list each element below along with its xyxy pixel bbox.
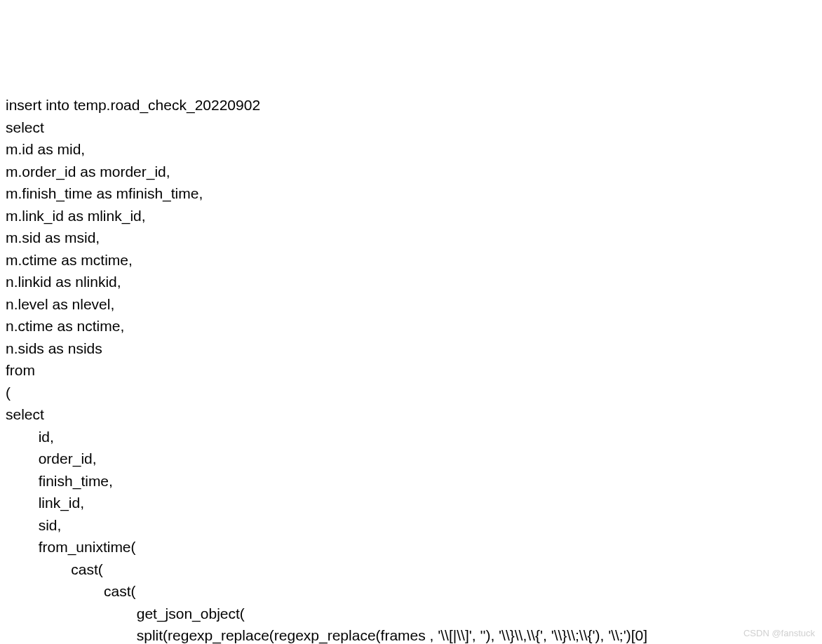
code-line: n.sids as nsids: [6, 340, 102, 356]
code-line: n.ctime as nctime,: [6, 318, 124, 334]
code-line: m.link_id as mlink_id,: [6, 208, 146, 224]
code-line: insert into temp.road_check_20220902: [6, 97, 260, 113]
code-line: sid,: [6, 517, 61, 533]
code-line: finish_time,: [6, 473, 113, 489]
code-line: link_id,: [6, 495, 84, 511]
code-line: m.finish_time as mfinish_time,: [6, 185, 203, 201]
code-line: select: [6, 119, 44, 135]
code-line: from: [6, 362, 35, 378]
code-line: n.linkid as nlinkid,: [6, 274, 121, 290]
sql-code-block: insert into temp.road_check_20220902 sel…: [6, 94, 816, 644]
code-line: m.ctime as mctime,: [6, 252, 133, 268]
code-line: select: [6, 406, 44, 422]
code-line: (: [6, 384, 11, 401]
code-line: split(regexp_replace(regexp_replace(fram…: [6, 627, 647, 643]
code-line: m.id as mid,: [6, 141, 85, 157]
code-line: from_unixtime(: [6, 539, 136, 555]
watermark-text: CSDN @fanstuck: [743, 626, 815, 640]
code-line: cast(: [6, 561, 103, 577]
code-line: m.order_id as morder_id,: [6, 163, 170, 180]
code-line: id,: [6, 429, 54, 445]
code-line: order_id,: [6, 450, 97, 467]
code-line: n.level as nlevel,: [6, 296, 114, 312]
code-line: m.sid as msid,: [6, 229, 100, 246]
code-line: get_json_object(: [6, 605, 245, 622]
code-line: cast(: [6, 583, 136, 599]
